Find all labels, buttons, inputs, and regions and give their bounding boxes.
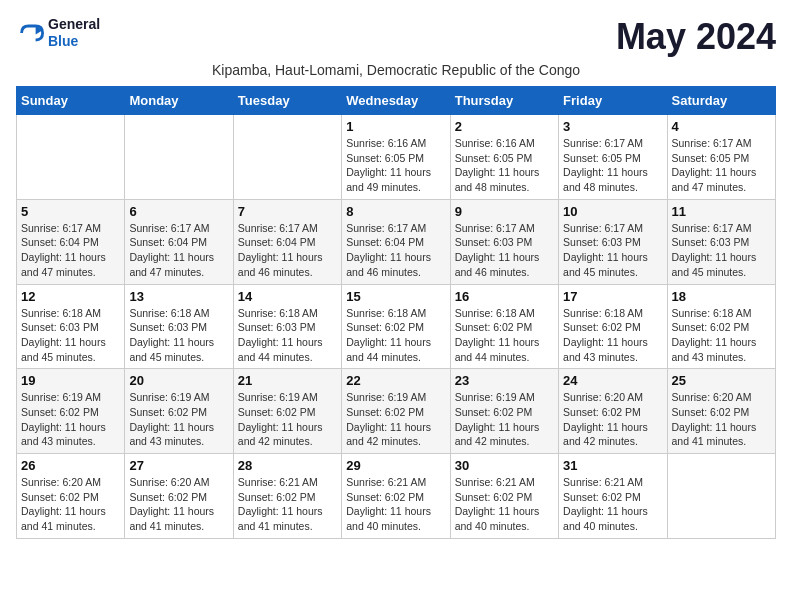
calendar-cell: 27Sunrise: 6:20 AMSunset: 6:02 PMDayligh… bbox=[125, 454, 233, 539]
logo: General Blue bbox=[16, 16, 100, 50]
column-header-saturday: Saturday bbox=[667, 87, 775, 115]
day-number: 7 bbox=[238, 204, 337, 219]
column-header-tuesday: Tuesday bbox=[233, 87, 341, 115]
calendar-cell: 7Sunrise: 6:17 AMSunset: 6:04 PMDaylight… bbox=[233, 199, 341, 284]
day-info: Sunrise: 6:19 AMSunset: 6:02 PMDaylight:… bbox=[238, 390, 337, 449]
day-number: 9 bbox=[455, 204, 554, 219]
day-number: 10 bbox=[563, 204, 662, 219]
calendar-cell bbox=[125, 115, 233, 200]
day-number: 20 bbox=[129, 373, 228, 388]
calendar-cell: 22Sunrise: 6:19 AMSunset: 6:02 PMDayligh… bbox=[342, 369, 450, 454]
calendar-cell: 20Sunrise: 6:19 AMSunset: 6:02 PMDayligh… bbox=[125, 369, 233, 454]
day-info: Sunrise: 6:17 AMSunset: 6:04 PMDaylight:… bbox=[21, 221, 120, 280]
subtitle: Kipamba, Haut-Lomami, Democratic Republi… bbox=[16, 62, 776, 78]
calendar-cell: 2Sunrise: 6:16 AMSunset: 6:05 PMDaylight… bbox=[450, 115, 558, 200]
calendar-cell: 31Sunrise: 6:21 AMSunset: 6:02 PMDayligh… bbox=[559, 454, 667, 539]
calendar-cell: 21Sunrise: 6:19 AMSunset: 6:02 PMDayligh… bbox=[233, 369, 341, 454]
calendar-cell: 17Sunrise: 6:18 AMSunset: 6:02 PMDayligh… bbox=[559, 284, 667, 369]
day-info: Sunrise: 6:18 AMSunset: 6:03 PMDaylight:… bbox=[21, 306, 120, 365]
calendar-cell: 24Sunrise: 6:20 AMSunset: 6:02 PMDayligh… bbox=[559, 369, 667, 454]
column-header-friday: Friday bbox=[559, 87, 667, 115]
calendar-cell: 18Sunrise: 6:18 AMSunset: 6:02 PMDayligh… bbox=[667, 284, 775, 369]
day-info: Sunrise: 6:21 AMSunset: 6:02 PMDaylight:… bbox=[238, 475, 337, 534]
day-info: Sunrise: 6:17 AMSunset: 6:05 PMDaylight:… bbox=[563, 136, 662, 195]
day-number: 18 bbox=[672, 289, 771, 304]
day-info: Sunrise: 6:17 AMSunset: 6:03 PMDaylight:… bbox=[672, 221, 771, 280]
day-info: Sunrise: 6:18 AMSunset: 6:02 PMDaylight:… bbox=[672, 306, 771, 365]
calendar-cell: 25Sunrise: 6:20 AMSunset: 6:02 PMDayligh… bbox=[667, 369, 775, 454]
day-info: Sunrise: 6:17 AMSunset: 6:04 PMDaylight:… bbox=[129, 221, 228, 280]
day-number: 30 bbox=[455, 458, 554, 473]
logo-text: General Blue bbox=[48, 16, 100, 50]
day-number: 4 bbox=[672, 119, 771, 134]
calendar-week-3: 12Sunrise: 6:18 AMSunset: 6:03 PMDayligh… bbox=[17, 284, 776, 369]
day-info: Sunrise: 6:21 AMSunset: 6:02 PMDaylight:… bbox=[346, 475, 445, 534]
day-number: 2 bbox=[455, 119, 554, 134]
calendar-cell: 4Sunrise: 6:17 AMSunset: 6:05 PMDaylight… bbox=[667, 115, 775, 200]
day-info: Sunrise: 6:21 AMSunset: 6:02 PMDaylight:… bbox=[563, 475, 662, 534]
day-number: 11 bbox=[672, 204, 771, 219]
calendar-cell: 12Sunrise: 6:18 AMSunset: 6:03 PMDayligh… bbox=[17, 284, 125, 369]
day-info: Sunrise: 6:20 AMSunset: 6:02 PMDaylight:… bbox=[21, 475, 120, 534]
calendar-header-row: SundayMondayTuesdayWednesdayThursdayFrid… bbox=[17, 87, 776, 115]
day-number: 1 bbox=[346, 119, 445, 134]
day-number: 27 bbox=[129, 458, 228, 473]
calendar-cell: 15Sunrise: 6:18 AMSunset: 6:02 PMDayligh… bbox=[342, 284, 450, 369]
day-number: 6 bbox=[129, 204, 228, 219]
day-info: Sunrise: 6:19 AMSunset: 6:02 PMDaylight:… bbox=[455, 390, 554, 449]
column-header-wednesday: Wednesday bbox=[342, 87, 450, 115]
month-title: May 2024 bbox=[616, 16, 776, 58]
logo-icon bbox=[16, 19, 44, 47]
day-info: Sunrise: 6:21 AMSunset: 6:02 PMDaylight:… bbox=[455, 475, 554, 534]
day-info: Sunrise: 6:19 AMSunset: 6:02 PMDaylight:… bbox=[21, 390, 120, 449]
day-number: 8 bbox=[346, 204, 445, 219]
day-number: 17 bbox=[563, 289, 662, 304]
calendar-cell: 26Sunrise: 6:20 AMSunset: 6:02 PMDayligh… bbox=[17, 454, 125, 539]
day-number: 22 bbox=[346, 373, 445, 388]
calendar-cell: 11Sunrise: 6:17 AMSunset: 6:03 PMDayligh… bbox=[667, 199, 775, 284]
calendar-cell: 13Sunrise: 6:18 AMSunset: 6:03 PMDayligh… bbox=[125, 284, 233, 369]
day-number: 29 bbox=[346, 458, 445, 473]
calendar-week-1: 1Sunrise: 6:16 AMSunset: 6:05 PMDaylight… bbox=[17, 115, 776, 200]
day-info: Sunrise: 6:18 AMSunset: 6:03 PMDaylight:… bbox=[238, 306, 337, 365]
day-info: Sunrise: 6:20 AMSunset: 6:02 PMDaylight:… bbox=[129, 475, 228, 534]
calendar-cell: 16Sunrise: 6:18 AMSunset: 6:02 PMDayligh… bbox=[450, 284, 558, 369]
day-info: Sunrise: 6:17 AMSunset: 6:03 PMDaylight:… bbox=[455, 221, 554, 280]
calendar-cell: 10Sunrise: 6:17 AMSunset: 6:03 PMDayligh… bbox=[559, 199, 667, 284]
day-info: Sunrise: 6:20 AMSunset: 6:02 PMDaylight:… bbox=[563, 390, 662, 449]
calendar-table: SundayMondayTuesdayWednesdayThursdayFrid… bbox=[16, 86, 776, 539]
page-header: General Blue May 2024 bbox=[16, 16, 776, 58]
calendar-cell: 30Sunrise: 6:21 AMSunset: 6:02 PMDayligh… bbox=[450, 454, 558, 539]
day-number: 23 bbox=[455, 373, 554, 388]
day-number: 14 bbox=[238, 289, 337, 304]
day-number: 24 bbox=[563, 373, 662, 388]
calendar-cell bbox=[233, 115, 341, 200]
calendar-cell bbox=[667, 454, 775, 539]
day-info: Sunrise: 6:20 AMSunset: 6:02 PMDaylight:… bbox=[672, 390, 771, 449]
logo-general: General bbox=[48, 16, 100, 33]
day-info: Sunrise: 6:17 AMSunset: 6:03 PMDaylight:… bbox=[563, 221, 662, 280]
calendar-cell: 14Sunrise: 6:18 AMSunset: 6:03 PMDayligh… bbox=[233, 284, 341, 369]
day-info: Sunrise: 6:17 AMSunset: 6:04 PMDaylight:… bbox=[346, 221, 445, 280]
day-number: 12 bbox=[21, 289, 120, 304]
day-number: 21 bbox=[238, 373, 337, 388]
logo-blue: Blue bbox=[48, 33, 100, 50]
day-info: Sunrise: 6:18 AMSunset: 6:02 PMDaylight:… bbox=[346, 306, 445, 365]
day-info: Sunrise: 6:18 AMSunset: 6:02 PMDaylight:… bbox=[455, 306, 554, 365]
day-number: 16 bbox=[455, 289, 554, 304]
calendar-cell: 3Sunrise: 6:17 AMSunset: 6:05 PMDaylight… bbox=[559, 115, 667, 200]
day-info: Sunrise: 6:19 AMSunset: 6:02 PMDaylight:… bbox=[129, 390, 228, 449]
calendar-cell: 28Sunrise: 6:21 AMSunset: 6:02 PMDayligh… bbox=[233, 454, 341, 539]
day-number: 15 bbox=[346, 289, 445, 304]
calendar-week-2: 5Sunrise: 6:17 AMSunset: 6:04 PMDaylight… bbox=[17, 199, 776, 284]
calendar-cell: 5Sunrise: 6:17 AMSunset: 6:04 PMDaylight… bbox=[17, 199, 125, 284]
day-info: Sunrise: 6:17 AMSunset: 6:05 PMDaylight:… bbox=[672, 136, 771, 195]
day-number: 19 bbox=[21, 373, 120, 388]
column-header-monday: Monday bbox=[125, 87, 233, 115]
calendar-cell bbox=[17, 115, 125, 200]
calendar-cell: 1Sunrise: 6:16 AMSunset: 6:05 PMDaylight… bbox=[342, 115, 450, 200]
day-number: 3 bbox=[563, 119, 662, 134]
calendar-cell: 6Sunrise: 6:17 AMSunset: 6:04 PMDaylight… bbox=[125, 199, 233, 284]
day-info: Sunrise: 6:16 AMSunset: 6:05 PMDaylight:… bbox=[455, 136, 554, 195]
day-number: 5 bbox=[21, 204, 120, 219]
